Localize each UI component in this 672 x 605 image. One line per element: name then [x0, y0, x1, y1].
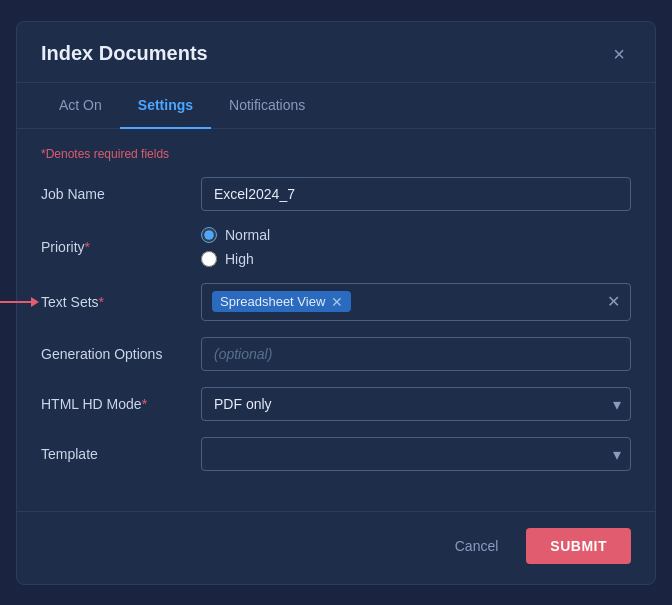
priority-high-option[interactable]: High [201, 251, 631, 267]
close-button[interactable]: × [607, 42, 631, 66]
job-name-input[interactable] [201, 177, 631, 211]
dialog-title: Index Documents [41, 42, 208, 65]
priority-normal-radio[interactable] [201, 227, 217, 243]
priority-normal-label: Normal [225, 227, 270, 243]
tag-remove-button[interactable]: ✕ [331, 295, 343, 309]
text-sets-tag-input[interactable]: Spreadsheet View ✕ ✕ [201, 283, 631, 321]
dialog-body: *Denotes required fields Job Name Priori… [17, 129, 655, 503]
template-select-wrapper [201, 437, 631, 471]
text-sets-row: Text Sets* Spreadsheet View ✕ ✕ [41, 283, 631, 321]
priority-label: Priority* [41, 239, 201, 255]
priority-row: Priority* Normal High [41, 227, 631, 267]
html-hd-mode-control: PDF only HTML only Both [201, 387, 631, 421]
tab-act-on[interactable]: Act On [41, 83, 120, 129]
html-hd-mode-row: HTML HD Mode* PDF only HTML only Both [41, 387, 631, 421]
html-hd-mode-label: HTML HD Mode* [41, 396, 201, 412]
generation-options-control [201, 337, 631, 371]
submit-button[interactable]: SUBMIT [526, 528, 631, 564]
generation-options-row: Generation Options [41, 337, 631, 371]
spreadsheet-view-tag: Spreadsheet View ✕ [212, 291, 351, 312]
generation-options-label: Generation Options [41, 346, 201, 362]
priority-radio-group: Normal High [201, 227, 631, 267]
priority-control: Normal High [201, 227, 631, 267]
template-control [201, 437, 631, 471]
template-select[interactable] [201, 437, 631, 471]
job-name-control [201, 177, 631, 211]
tab-bar: Act On Settings Notifications [17, 83, 655, 129]
template-row: Template [41, 437, 631, 471]
tag-label: Spreadsheet View [220, 294, 325, 309]
priority-high-radio[interactable] [201, 251, 217, 267]
priority-normal-option[interactable]: Normal [201, 227, 631, 243]
cancel-button[interactable]: Cancel [439, 530, 515, 562]
html-hd-mode-select[interactable]: PDF only HTML only Both [201, 387, 631, 421]
job-name-label: Job Name [41, 186, 201, 202]
job-name-row: Job Name [41, 177, 631, 211]
index-documents-dialog: Index Documents × Act On Settings Notifi… [16, 21, 656, 585]
generation-options-input[interactable] [201, 337, 631, 371]
html-hd-mode-select-wrapper: PDF only HTML only Both [201, 387, 631, 421]
clear-all-button[interactable]: ✕ [607, 292, 620, 311]
text-sets-control: Spreadsheet View ✕ ✕ [201, 283, 631, 321]
dialog-footer: Cancel SUBMIT [17, 511, 655, 584]
tab-settings[interactable]: Settings [120, 83, 211, 129]
template-label: Template [41, 446, 201, 462]
required-note: *Denotes required fields [41, 147, 631, 161]
priority-high-label: High [225, 251, 254, 267]
tab-notifications[interactable]: Notifications [211, 83, 323, 129]
dialog-header: Index Documents × [17, 22, 655, 83]
text-sets-label: Text Sets* [41, 294, 201, 310]
